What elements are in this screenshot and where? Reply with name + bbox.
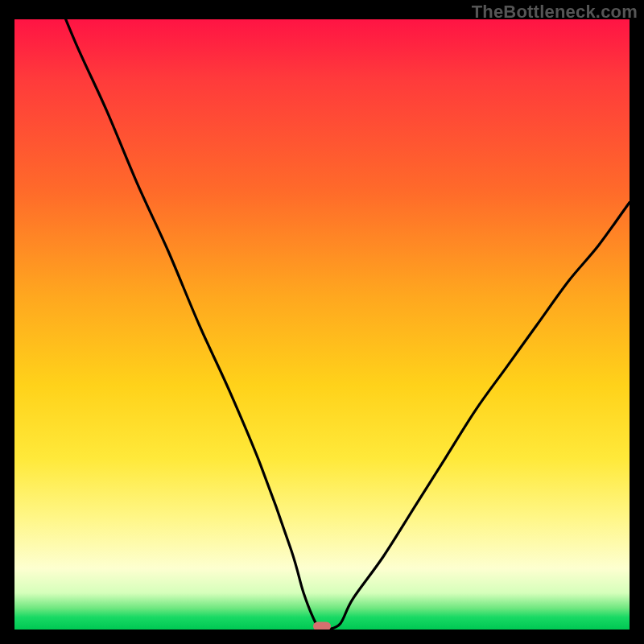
curve-line — [14, 19, 630, 630]
optimal-marker — [313, 622, 331, 630]
plot-area — [14, 19, 630, 630]
bottleneck-curve — [14, 19, 630, 630]
chart-frame: TheBottleneck.com — [0, 0, 644, 644]
